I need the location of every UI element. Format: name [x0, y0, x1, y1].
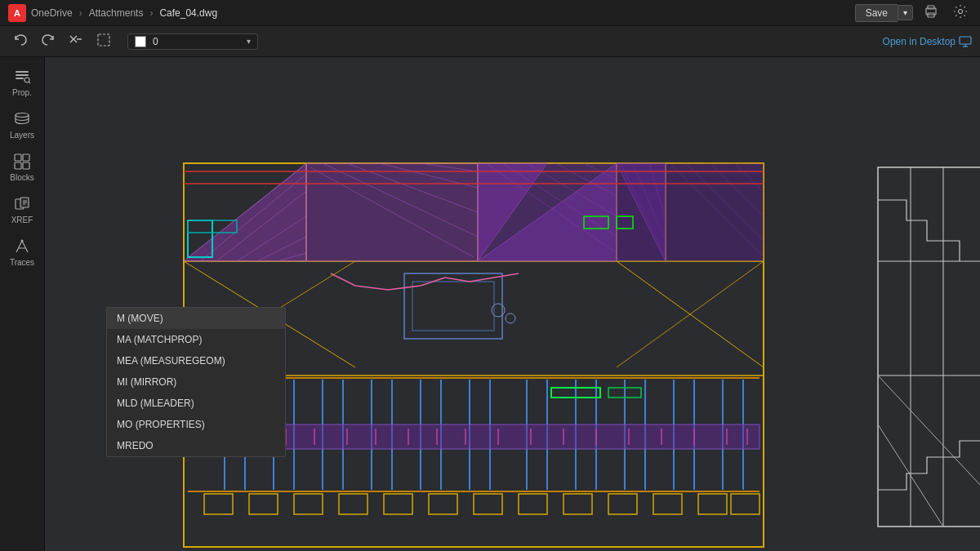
autocomplete-dropdown: M (MOVE) MA (MATCHPROP) MEA (MEASUREGEOM… [106, 307, 286, 457]
main-area: Prop. Layers Blocks [0, 57, 980, 551]
save-btn-group: Save ▾ [855, 4, 913, 22]
sidebar-item-properties[interactable]: Prop. [0, 61, 44, 104]
titlebar-right: Save ▾ [855, 2, 972, 23]
sidebar-label-properties: Prop. [12, 88, 32, 97]
svg-rect-8 [960, 37, 971, 44]
autocomplete-item-properties[interactable]: MO (PROPERTIES) [107, 414, 285, 435]
sidebar-label-layers: Layers [10, 131, 34, 140]
toolbar: 0 ▾ Open in Desktop [0, 26, 980, 57]
svg-rect-22 [23, 162, 29, 169]
autocomplete-item-mirror[interactable]: MI (MIRROR) [107, 371, 285, 393]
svg-rect-12 [16, 74, 29, 76]
save-button[interactable]: Save [855, 4, 898, 22]
autodesk-logo: A [8, 4, 26, 22]
select-button[interactable] [91, 29, 116, 53]
breadcrumb-file[interactable]: Cafe_04.dwg [159, 7, 217, 19]
autocomplete-item-measuregeom[interactable]: MEA (MEASUREGEOM) [107, 350, 285, 371]
settings-button[interactable] [949, 2, 972, 23]
svg-line-15 [29, 82, 30, 83]
svg-point-16 [16, 113, 29, 118]
svg-point-29 [21, 240, 24, 242]
svg-point-3 [959, 10, 963, 14]
svg-point-14 [24, 78, 29, 82]
svg-rect-19 [15, 154, 21, 161]
viewport[interactable]: Top [45, 57, 980, 551]
svg-rect-11 [16, 71, 29, 73]
trim-button[interactable] [64, 29, 88, 53]
sidebar: Prop. Layers Blocks [0, 57, 45, 551]
redo-button[interactable] [36, 29, 60, 53]
save-dropdown-button[interactable]: ▾ [898, 5, 913, 20]
autocomplete-item-mredo[interactable]: MREDO [107, 435, 285, 456]
sidebar-label-xref: XREF [11, 216, 33, 224]
svg-rect-21 [15, 162, 21, 169]
sidebar-item-traces[interactable]: Traces [0, 231, 44, 273]
cad-drawing: Y X [45, 57, 980, 551]
titlebar-left: A OneDrive › Attachments › Cafe_04.dwg [8, 4, 217, 22]
open-desktop-label: Open in Desktop [883, 36, 956, 47]
breadcrumb-attachments[interactable]: Attachments [89, 7, 144, 19]
svg-rect-20 [23, 154, 29, 161]
layer-color-box [135, 36, 146, 47]
open-desktop-button[interactable]: Open in Desktop [883, 35, 972, 48]
layer-dropdown-arrow: ▾ [247, 37, 251, 46]
sidebar-label-traces: Traces [10, 258, 34, 267]
undo-button[interactable] [8, 29, 33, 53]
titlebar: A OneDrive › Attachments › Cafe_04.dwg S… [0, 0, 980, 26]
autocomplete-item-matchprop[interactable]: MA (MATCHPROP) [107, 329, 285, 350]
layer-selector[interactable]: 0 ▾ [127, 33, 258, 50]
sidebar-item-blocks[interactable]: Blocks [0, 146, 44, 189]
layer-name: 0 [153, 36, 240, 47]
print-button[interactable] [920, 2, 942, 23]
autocomplete-item-move[interactable]: M (MOVE) [107, 308, 285, 329]
sidebar-item-layers[interactable]: Layers [0, 104, 44, 146]
autocomplete-item-mleader[interactable]: MLD (MLEADER) [107, 393, 285, 414]
breadcrumb-onedrive[interactable]: OneDrive [31, 7, 73, 19]
svg-rect-13 [16, 78, 24, 79]
sidebar-item-xref[interactable]: XREF [0, 189, 44, 231]
sidebar-label-blocks: Blocks [10, 173, 33, 182]
svg-rect-7 [98, 34, 109, 46]
svg-rect-30 [45, 57, 980, 551]
svg-marker-64 [666, 163, 764, 261]
